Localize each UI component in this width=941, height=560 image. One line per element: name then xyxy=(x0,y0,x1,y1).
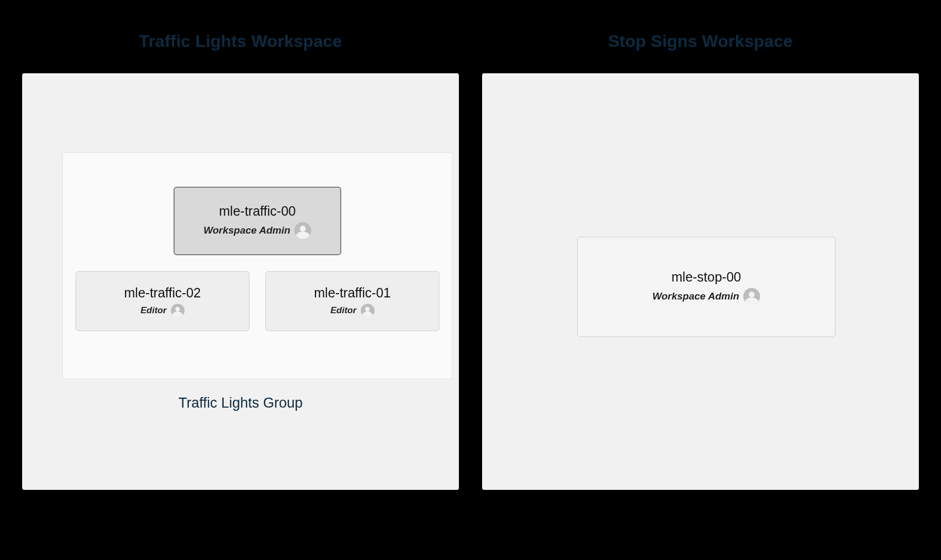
avatar-icon xyxy=(171,304,185,317)
user-card-editor: mle-traffic-02 Editor xyxy=(75,271,249,331)
user-name: mle-traffic-00 xyxy=(219,204,295,219)
stop-signs-column: Stop Signs Workspace mle-stop-00 Workspa… xyxy=(482,32,919,560)
user-card-admin: mle-traffic-00 Workspace Admin xyxy=(174,187,341,255)
editors-row: mle-traffic-02 Editor mle-traffic-01 Edi… xyxy=(75,271,439,331)
user-role: Workspace Admin xyxy=(652,291,740,302)
traffic-lights-title: Traffic Lights Workspace xyxy=(139,32,342,51)
user-name: mle-stop-00 xyxy=(671,269,741,285)
user-card-admin: mle-stop-00 Workspace Admin xyxy=(577,237,836,337)
user-role: Editor xyxy=(330,305,356,316)
user-role: Workspace Admin xyxy=(204,225,291,236)
traffic-lights-group-card: mle-traffic-00 Workspace Admin mle-traff… xyxy=(62,152,453,379)
user-name: mle-traffic-01 xyxy=(314,285,390,301)
stop-signs-workspace-box: mle-stop-00 Workspace Admin xyxy=(482,73,919,490)
avatar-icon xyxy=(743,288,760,305)
avatar-icon xyxy=(361,304,375,317)
traffic-lights-column: Traffic Lights Workspace mle-traffic-00 … xyxy=(22,32,459,560)
role-row: Workspace Admin xyxy=(652,288,761,305)
traffic-lights-group-label: Traffic Lights Group xyxy=(22,395,459,411)
user-card-editor: mle-traffic-01 Editor xyxy=(265,271,439,331)
role-row: Editor xyxy=(140,304,184,317)
diagram-canvas: Traffic Lights Workspace mle-traffic-00 … xyxy=(0,0,941,560)
stop-signs-title: Stop Signs Workspace xyxy=(608,32,793,51)
user-role: Editor xyxy=(140,305,166,316)
role-row: Editor xyxy=(330,304,374,317)
traffic-lights-workspace-box: mle-traffic-00 Workspace Admin mle-traff… xyxy=(22,73,459,490)
user-name: mle-traffic-02 xyxy=(124,285,200,301)
role-row: Workspace Admin xyxy=(204,222,312,239)
avatar-icon xyxy=(294,222,311,239)
